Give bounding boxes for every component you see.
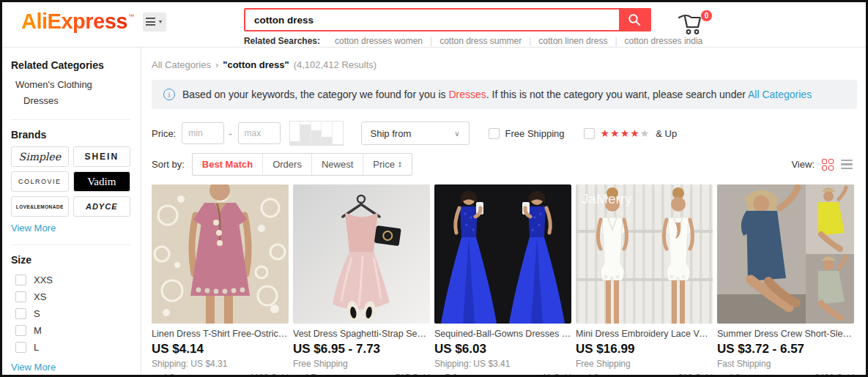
brand-adyce[interactable]: ADYCE (73, 196, 131, 217)
product-sold: 11 Sold (542, 373, 571, 375)
sort-price[interactable]: Price ▲▼ (363, 154, 412, 175)
separator: | (615, 36, 617, 46)
product-price: US $4.14 (152, 342, 289, 357)
related-search-link[interactable]: cotton dresses india (625, 36, 703, 46)
brand-colrovie[interactable]: COLROVIE (11, 171, 69, 192)
product-rating: ★ 5.0 (434, 373, 457, 375)
related-search-link[interactable]: cotton linen dress (538, 36, 607, 46)
brands-title: Brands (11, 129, 130, 141)
sidebar-item-dresses[interactable]: Dresses (11, 93, 130, 109)
product-shipping: Fast Shipping (717, 359, 854, 369)
checkbox-m[interactable] (15, 325, 26, 336)
brand-vadim[interactable]: Vadim (73, 171, 131, 192)
product-sold: 515 Sold (396, 373, 430, 375)
logo-wrap: AliExpress ™ ▼ (21, 10, 166, 34)
trademark-symbol: ™ (128, 13, 134, 20)
brand-lovelemonade[interactable]: LOVE&LEMONADE (11, 196, 69, 217)
product-price: US $16.99 (576, 342, 713, 357)
checkbox-xs[interactable] (15, 291, 26, 302)
product-rating: ★ 4.7 (293, 373, 316, 375)
banner-all-categories-link[interactable]: All Categories (748, 89, 812, 100)
price-max-input[interactable] (238, 122, 281, 144)
brands-view-more-link[interactable]: View More (11, 223, 56, 234)
size-label: M (34, 325, 42, 336)
free-shipping-filter: Free Shipping (489, 128, 565, 139)
brand-shein[interactable]: SHEIN (73, 146, 131, 167)
size-option-s: S (11, 305, 130, 322)
four-stars-icon: ★★★★★ (601, 127, 650, 139)
free-shipping-label: Free Shipping (505, 128, 565, 139)
product-grid: Linen Dress T-Shirt Free-Ostrich H... US… (152, 184, 857, 375)
separator: | (529, 36, 531, 46)
product-card[interactable]: Summer Dress Crew Short-Sleeve ... US $3… (717, 184, 854, 375)
related-search-link[interactable]: cotton dresses women (335, 36, 423, 46)
breadcrumb-results-count: (4,102,412 Results) (294, 59, 376, 70)
header: AliExpress ™ ▼ Related Searches: cotton (2, 2, 866, 48)
sort-newest[interactable]: Newest (312, 154, 363, 175)
search-input[interactable] (245, 10, 619, 30)
product-price: US $6.03 (434, 342, 571, 357)
categories-menu-button[interactable]: ▼ (143, 12, 166, 31)
product-meta: ★ 5.0 11 Sold (434, 373, 571, 375)
product-card[interactable]: JaMerry Mini Dress Embroidery Lace Vesti… (576, 184, 713, 375)
product-meta: ★ 4.2 2400 Sold (717, 373, 854, 375)
product-meta: ★ 4.7 515 Sold (293, 373, 430, 375)
search-bar (244, 8, 651, 31)
price-min-input[interactable] (182, 122, 224, 144)
product-card[interactable]: Sequined-Ball-Gowns Dresses Girl... US $… (434, 184, 571, 375)
breadcrumb-separator: › (215, 59, 218, 70)
aliexpress-logo[interactable]: AliExpress (21, 10, 127, 34)
product-image[interactable] (434, 184, 571, 324)
ship-from-label: Ship from (371, 128, 412, 139)
search-button[interactable] (619, 10, 650, 30)
product-image[interactable] (717, 184, 854, 324)
divider (11, 119, 130, 120)
list-view-icon[interactable] (841, 160, 853, 170)
free-shipping-checkbox[interactable] (489, 128, 500, 139)
size-view-more-link[interactable]: View More (11, 362, 56, 373)
star-icon: ★ (576, 373, 584, 375)
rating-checkbox[interactable] (584, 128, 595, 139)
rating-value: 4.2 (728, 373, 741, 375)
price-hyphen: - (229, 128, 231, 139)
product-title[interactable]: Sequined-Ball-Gowns Dresses Girl... (434, 329, 571, 339)
size-label: XS (34, 291, 46, 302)
product-rating: ★ 4.8 (576, 373, 598, 375)
banner-dresses-link[interactable]: Dresses (448, 89, 486, 100)
checkbox-l[interactable] (15, 342, 26, 353)
product-sold: 2400 Sold (815, 373, 854, 375)
product-image[interactable]: JaMerry (576, 184, 713, 324)
size-label: S (34, 308, 40, 319)
brand-simplee[interactable]: Simplee (11, 146, 69, 167)
product-title[interactable]: Linen Dress T-Shirt Free-Ostrich H... (152, 329, 289, 339)
product-title[interactable]: Vest Dress Spaghetti-Strap Sexy La... (293, 329, 430, 339)
sidebar-item-womens-clothing[interactable]: Women's Clothing (11, 77, 130, 93)
product-card[interactable]: Linen Dress T-Shirt Free-Ostrich H... US… (152, 184, 289, 375)
rating-filter: ★★★★★ & Up (584, 127, 678, 139)
divider (11, 245, 130, 245)
brands-grid: Simplee SHEIN COLROVIE Vadim LOVE&LEMONA… (11, 146, 130, 217)
product-image[interactable] (152, 184, 289, 324)
related-search-link[interactable]: cotton dress summer (439, 36, 522, 46)
ship-from-dropdown[interactable]: Ship from ∨ (361, 122, 470, 145)
product-price: US $3.72 - 6.57 (717, 342, 854, 357)
image-watermark: JaMerry (582, 191, 632, 206)
related-searches-row: Related Searches: cotton dresses women |… (244, 36, 651, 46)
checkbox-s[interactable] (15, 308, 26, 319)
grid-view-icon[interactable] (822, 159, 834, 171)
sort-best-match[interactable]: Best Match (193, 154, 263, 175)
sort-orders[interactable]: Orders (263, 154, 312, 175)
cart-button[interactable]: 0 (678, 11, 710, 37)
breadcrumb-all-categories[interactable]: All Categories (152, 59, 211, 70)
product-shipping: Shipping: US $3.41 (434, 359, 571, 369)
main-content: All Categories › "cotton dress" (4,102,4… (141, 48, 866, 375)
product-title[interactable]: Mini Dress Embroidery Lace Vestid... (576, 329, 713, 339)
checkbox-xxs[interactable] (15, 275, 26, 285)
product-shipping: Free Shipping (293, 359, 430, 369)
rating-value: 4.3 (163, 373, 175, 375)
product-title[interactable]: Summer Dress Crew Short-Sleeve ... (717, 329, 854, 339)
product-card[interactable]: Vest Dress Spaghetti-Strap Sexy La... US… (293, 184, 430, 375)
star-icon: ★ (152, 373, 160, 375)
product-image[interactable] (293, 184, 430, 324)
size-option-xxs: XXS (11, 272, 130, 288)
